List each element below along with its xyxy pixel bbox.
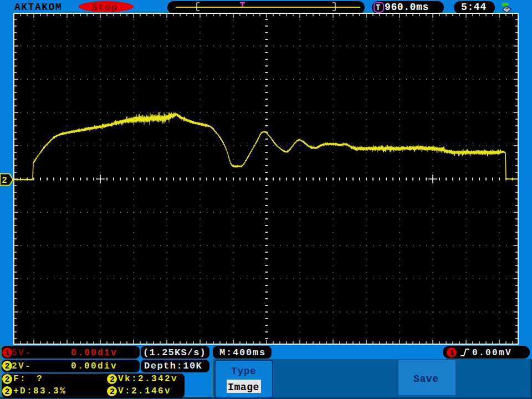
svg-text:2: 2 [2, 176, 7, 186]
